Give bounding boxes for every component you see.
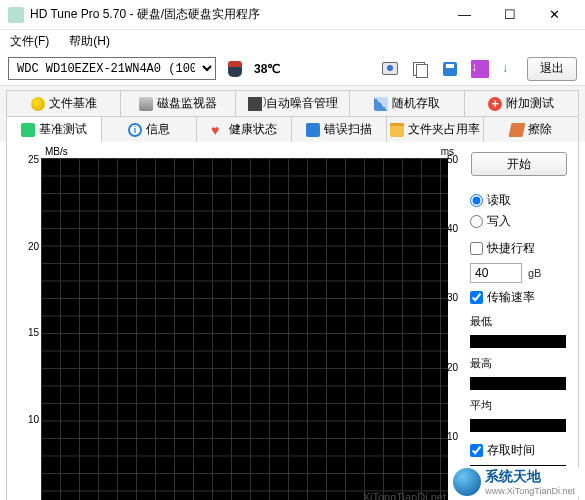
error-scan-icon xyxy=(306,123,320,137)
logo-ball-icon xyxy=(453,468,481,496)
short-stroke-row: gB xyxy=(470,263,568,283)
tab-label: 附加测试 xyxy=(506,95,554,112)
chart-grid xyxy=(41,158,448,500)
tabs-row-2: 基准测试i信息♥健康状态错误扫描文件夹占用率擦除 xyxy=(0,116,585,142)
tab-label: 信息 xyxy=(146,121,170,138)
chart-right-axis: 50403020100 xyxy=(447,154,467,500)
menu-file[interactable]: 文件(F) xyxy=(6,31,53,52)
file-bench-icon xyxy=(31,97,45,111)
tab-erase[interactable]: 擦除 xyxy=(484,116,579,142)
menu-help[interactable]: 帮助(H) xyxy=(65,31,114,52)
tab-benchmark[interactable]: 基准测试 xyxy=(6,116,102,142)
options-icon[interactable]: ↓ xyxy=(469,58,491,80)
r-tick: 10 xyxy=(447,431,467,442)
temperature-icon xyxy=(224,58,246,80)
tab-label: 随机存取 xyxy=(392,95,440,112)
short-stroke-value[interactable] xyxy=(470,263,522,283)
short-stroke-checkbox[interactable]: 快捷行程 xyxy=(470,240,568,257)
tab-folder-usage[interactable]: 文件夹占用率 xyxy=(387,116,484,142)
tab-file-bench[interactable]: 文件基准 xyxy=(6,90,121,116)
tabs-row-1: 文件基准磁盘监视器自动噪音管理随机存取+附加测试 xyxy=(0,86,585,116)
extra-tests-icon: + xyxy=(488,97,502,111)
r-tick: 40 xyxy=(447,223,467,234)
radio-read-input[interactable] xyxy=(470,194,483,207)
content-area: MB/s ms 252015105 50403020100 XiTongTian… xyxy=(6,142,579,500)
access-time-checkbox[interactable]: 存取时间 xyxy=(470,442,568,459)
stat-min-value xyxy=(470,335,566,348)
y-tick: 15 xyxy=(17,327,39,338)
side-panel: 开始 读取 写入 快捷行程 gB 传输速率 最低 最高 平均 xyxy=(464,142,572,500)
transfer-rate-checkbox[interactable]: 传输速率 xyxy=(470,289,568,306)
stat-max-value xyxy=(470,377,566,390)
tab-disk-monitor[interactable]: 磁盘监视器 xyxy=(121,90,235,116)
app-icon xyxy=(8,7,24,23)
radio-read[interactable]: 读取 xyxy=(470,192,568,209)
tab-label: 基准测试 xyxy=(39,121,87,138)
radio-write-input[interactable] xyxy=(470,215,483,228)
toolbar: WDC WD10EZEX-21WN4A0 (1000 gB) 38℃ ↓ ↓ 退… xyxy=(0,52,585,86)
stat-avg-label: 平均 xyxy=(470,398,568,413)
tab-random-access[interactable]: 随机存取 xyxy=(350,90,464,116)
titlebar: HD Tune Pro 5.70 - 硬盘/固态硬盘实用程序 — ☐ ✕ xyxy=(0,0,585,30)
transfer-rate-input[interactable] xyxy=(470,291,483,304)
r-tick: 30 xyxy=(447,292,467,303)
noise-mgmt-icon xyxy=(248,97,262,111)
maximize-button[interactable]: ☐ xyxy=(487,1,532,29)
radio-write[interactable]: 写入 xyxy=(470,213,568,230)
tab-noise-mgmt[interactable]: 自动噪音管理 xyxy=(236,90,350,116)
tab-label: 健康状态 xyxy=(229,121,277,138)
tab-info[interactable]: i信息 xyxy=(102,116,197,142)
minimize-button[interactable]: — xyxy=(442,1,487,29)
window-controls: — ☐ ✕ xyxy=(442,1,577,29)
random-access-icon xyxy=(374,97,388,111)
tab-extra-tests[interactable]: +附加测试 xyxy=(465,90,579,116)
radio-write-label: 写入 xyxy=(487,213,511,230)
site-logo: 系统天地 www.XiTongTianDi.net xyxy=(449,466,579,498)
chart-ylabel: MB/s xyxy=(45,146,68,157)
disk-monitor-icon xyxy=(139,97,153,111)
benchmark-icon xyxy=(21,123,35,137)
drive-select[interactable]: WDC WD10EZEX-21WN4A0 (1000 gB) xyxy=(8,57,216,80)
tab-label: 磁盘监视器 xyxy=(157,95,217,112)
access-time-label: 存取时间 xyxy=(487,442,535,459)
radio-read-label: 读取 xyxy=(487,192,511,209)
tab-error-scan[interactable]: 错误扫描 xyxy=(292,116,387,142)
r-tick: 20 xyxy=(447,362,467,373)
exit-button[interactable]: 退出 xyxy=(527,57,577,81)
mode-radio-group: 读取 写入 xyxy=(470,188,568,234)
copy-icon[interactable] xyxy=(409,58,431,80)
short-stroke-unit: gB xyxy=(528,267,541,279)
tab-label: 擦除 xyxy=(528,121,552,138)
tab-health[interactable]: ♥健康状态 xyxy=(197,116,292,142)
tab-label: 错误扫描 xyxy=(324,121,372,138)
folder-usage-icon xyxy=(390,123,404,137)
tab-label: 文件夹占用率 xyxy=(408,121,480,138)
y-tick: 25 xyxy=(17,154,39,165)
info-icon: i xyxy=(128,123,142,137)
stat-max-label: 最高 xyxy=(470,356,568,371)
chart-y-axis: 252015105 xyxy=(17,154,39,500)
short-stroke-input[interactable] xyxy=(470,242,483,255)
temperature-value: 38℃ xyxy=(254,62,280,76)
start-button[interactable]: 开始 xyxy=(471,152,567,176)
r-tick: 50 xyxy=(447,154,467,165)
window-title: HD Tune Pro 5.70 - 硬盘/固态硬盘实用程序 xyxy=(30,6,442,23)
logo-text: 系统天地 www.XiTongTianDi.net xyxy=(485,468,575,496)
transfer-rate-label: 传输速率 xyxy=(487,289,535,306)
access-time-input[interactable] xyxy=(470,444,483,457)
tab-label: 自动噪音管理 xyxy=(266,95,338,112)
chart: MB/s ms 252015105 50403020100 XiTongTian… xyxy=(13,142,464,500)
health-icon: ♥ xyxy=(211,123,225,137)
save-icon[interactable] xyxy=(439,58,461,80)
short-stroke-label: 快捷行程 xyxy=(487,240,535,257)
stat-min-label: 最低 xyxy=(470,314,568,329)
refresh-icon[interactable]: ↓ xyxy=(499,58,521,80)
screenshot-icon[interactable] xyxy=(379,58,401,80)
stat-avg-value xyxy=(470,419,566,432)
erase-icon xyxy=(509,123,526,137)
menubar: 文件(F) 帮助(H) xyxy=(0,30,585,52)
y-tick: 10 xyxy=(17,414,39,425)
tab-label: 文件基准 xyxy=(49,95,97,112)
close-button[interactable]: ✕ xyxy=(532,1,577,29)
y-tick: 20 xyxy=(17,241,39,252)
